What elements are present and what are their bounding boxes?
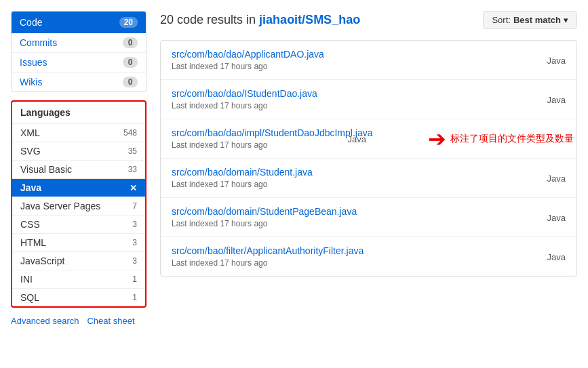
result-lang: Java <box>547 212 566 222</box>
lang-java-label: Java <box>20 182 41 193</box>
results-header: 20 code results in jiahaoit/SMS_hao Sort… <box>160 11 577 29</box>
lang-svg-count: 35 <box>128 146 137 156</box>
lang-xml-label: XML <box>20 127 40 138</box>
lang-css-label: CSS <box>20 219 40 230</box>
result-file-link[interactable]: src/com/bao/filter/ApplicantAuthorityFil… <box>172 245 364 256</box>
result-file-link[interactable]: src/com/bao/dao/impl/StudentDaoJdbcImpl.… <box>172 127 372 138</box>
result-meta: Last indexed 17 hours ago <box>172 140 373 150</box>
result-lang: Java <box>547 173 566 183</box>
lang-jsp-label: Java Server Pages <box>20 201 100 211</box>
table-row: src/com/bao/dao/ApplicantDAO.java Last i… <box>161 41 576 80</box>
result-lang: Java <box>547 55 566 65</box>
lang-ini-label: INI <box>20 274 33 285</box>
code-section: Code 20 Commits 0 Issues 0 Wikis 0 <box>11 11 146 92</box>
lang-css-count: 3 <box>132 220 137 229</box>
sidebar-links: Advanced search Cheat sheet <box>11 313 146 329</box>
sort-chevron-icon: ▾ <box>564 15 568 25</box>
lang-item-java[interactable]: Java ✕ <box>12 179 145 197</box>
lang-ini-count: 1 <box>132 274 137 284</box>
lang-item-svg[interactable]: SVG 35 <box>12 142 145 161</box>
result-meta: Last indexed 17 hours ago <box>172 219 566 228</box>
results-title: 20 code results in jiahaoit/SMS_hao <box>160 13 360 27</box>
annotation-arrow-icon: ➔ <box>428 128 446 150</box>
annotation: ➔ 标注了项目的文件类型及数量 <box>428 128 574 150</box>
sidebar: Code 20 Commits 0 Issues 0 Wikis 0 Langu… <box>11 11 146 329</box>
result-lang: Java <box>348 134 366 144</box>
lang-item-jsp[interactable]: Java Server Pages 7 <box>12 197 145 216</box>
lang-sql-count: 1 <box>132 293 137 302</box>
result-meta: Last indexed 17 hours ago <box>172 62 566 71</box>
lang-svg-label: SVG <box>20 146 41 157</box>
results-label: code results in <box>177 13 259 26</box>
wikis-count: 0 <box>123 77 138 87</box>
table-row: src/com/bao/domain/StudentPageBean.java … <box>161 198 576 237</box>
issues-count: 0 <box>123 57 138 68</box>
lang-item-ini[interactable]: INI 1 <box>12 270 145 289</box>
sort-button[interactable]: Sort: Best match ▾ <box>483 11 577 29</box>
code-count-badge: 20 <box>119 17 138 28</box>
lang-item-sql[interactable]: SQL 1 <box>12 289 145 306</box>
main-content: 20 code results in jiahaoit/SMS_hao Sort… <box>160 11 577 329</box>
table-row: src/com/bao/dao/impl/StudentDaoJdbcImpl.… <box>161 119 576 159</box>
repo-link[interactable]: jiahaoit/SMS_hao <box>259 13 360 26</box>
lang-js-label: JavaScript <box>20 255 64 266</box>
languages-section: Languages XML 548 SVG 35 Visual Basic 33… <box>11 100 146 308</box>
commits-label: Commits <box>20 37 57 48</box>
code-label: Code <box>20 17 42 28</box>
code-header: Code 20 <box>12 12 146 33</box>
lang-item-vbasic[interactable]: Visual Basic 33 <box>12 161 145 179</box>
table-row: src/com/bao/domain/Student.java Last ind… <box>161 159 576 198</box>
advanced-search-link[interactable]: Advanced search <box>11 316 79 326</box>
result-file-link[interactable]: src/com/bao/domain/StudentPageBean.java <box>172 206 357 217</box>
lang-item-html[interactable]: HTML 3 <box>12 234 145 252</box>
commits-count: 0 <box>123 37 138 48</box>
languages-header: Languages <box>12 102 145 124</box>
lang-vbasic-label: Visual Basic <box>20 164 72 175</box>
result-lang: Java <box>547 94 566 104</box>
sort-label: Sort: <box>492 15 510 25</box>
lang-item-js[interactable]: JavaScript 3 <box>12 252 145 270</box>
annotation-text: 标注了项目的文件类型及数量 <box>450 133 574 145</box>
result-file-link[interactable]: src/com/bao/domain/Student.java <box>172 167 313 178</box>
issues-label: Issues <box>20 57 47 68</box>
cheat-sheet-link[interactable]: Cheat sheet <box>87 316 134 326</box>
lang-js-count: 3 <box>132 256 137 266</box>
sidebar-item-wikis[interactable]: Wikis 0 <box>12 73 146 91</box>
lang-sql-label: SQL <box>20 292 39 303</box>
wikis-label: Wikis <box>20 77 42 87</box>
sidebar-item-commits[interactable]: Commits 0 <box>12 33 146 53</box>
results-list: src/com/bao/dao/ApplicantDAO.java Last i… <box>160 40 577 277</box>
results-count: 20 <box>160 13 174 26</box>
lang-html-count: 3 <box>132 238 137 247</box>
lang-jsp-count: 7 <box>132 201 137 211</box>
result-file-link[interactable]: src/com/bao/dao/IStudentDao.java <box>172 88 317 99</box>
lang-item-css[interactable]: CSS 3 <box>12 216 145 234</box>
lang-html-label: HTML <box>20 237 46 248</box>
result-meta: Last indexed 17 hours ago <box>172 101 566 110</box>
lang-xml-count: 548 <box>123 128 137 138</box>
lang-vbasic-count: 33 <box>128 165 137 174</box>
sidebar-item-issues[interactable]: Issues 0 <box>12 53 146 73</box>
table-row: src/com/bao/dao/IStudentDao.java Last in… <box>161 80 576 119</box>
result-meta: Last indexed 17 hours ago <box>172 258 566 268</box>
lang-java-close-icon[interactable]: ✕ <box>130 183 137 193</box>
sort-value: Best match <box>513 15 561 25</box>
result-file-link[interactable]: src/com/bao/dao/ApplicantDAO.java <box>172 49 324 60</box>
result-lang: Java <box>547 251 566 262</box>
result-meta: Last indexed 17 hours ago <box>172 180 566 189</box>
table-row: src/com/bao/filter/ApplicantAuthorityFil… <box>161 237 576 276</box>
lang-item-xml[interactable]: XML 548 <box>12 124 145 142</box>
